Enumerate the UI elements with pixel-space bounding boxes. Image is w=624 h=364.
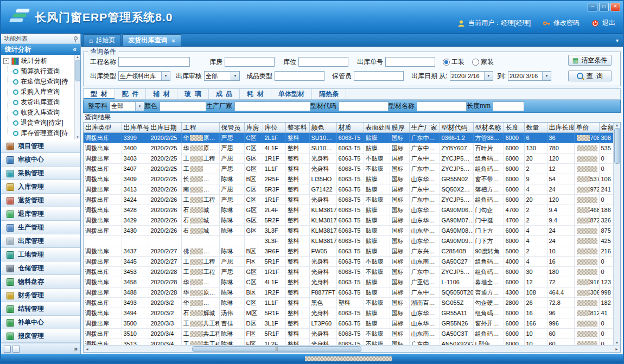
sidebar-item-inbound[interactable]: 入库管理	[1, 180, 80, 194]
column-header[interactable]: 颜色	[309, 123, 336, 133]
material-tab-8[interactable]: 隔热条	[312, 89, 346, 99]
table-row[interactable]: 调拨出库34032020/2/25工工程严思G区1R1F整料光身料6063-T5…	[84, 154, 613, 164]
sidebar-item-finance[interactable]: 财务管理	[1, 289, 80, 302]
warehouse-input[interactable]	[225, 57, 275, 67]
close-tab-icon[interactable]: ×	[171, 37, 175, 44]
panel-view-icon[interactable]	[4, 346, 11, 353]
column-header[interactable]: 金额	[599, 123, 613, 133]
table-row[interactable]: 调拨出库34942020/3/2石辉城汤伟M区5R1F整料光身料6063-T5贴…	[84, 308, 613, 318]
column-header[interactable]: 工程	[181, 123, 219, 133]
column-header[interactable]: 保管员	[219, 123, 244, 133]
material-tab-2[interactable]: 配 件	[115, 89, 147, 99]
table-row[interactable]: 调拨出库34582020/2/28华…陈琳C区4L1F整料光身料6063-T5贴…	[84, 277, 613, 288]
material-tab-3[interactable]: 辅 材	[146, 89, 177, 99]
date-from-picker[interactable]: 2020/ 2/16 ▾	[450, 71, 493, 81]
sidebar-item-purchase[interactable]: 采购管理	[1, 167, 80, 180]
tree-scrollbar[interactable]: ▲ ▼	[74, 55, 80, 139]
table-row[interactable]: 调拨出库34452020/2/27工工程严思F区5R1F整料光身料6063-T5…	[84, 257, 613, 267]
table-row[interactable]: 调拨出库34282020/2/26石城陈琳G区2L4F整料KLM38176063…	[84, 205, 613, 215]
project-name-input[interactable]	[118, 57, 190, 67]
column-header[interactable]: 出库日期	[149, 123, 181, 133]
sidebar-item-project[interactable]: 项目管理	[1, 139, 80, 153]
table-row[interactable]: 调拨出库34302020/2/26石城陈琳G区3L3F整料KLM38176063…	[84, 226, 613, 236]
material-tab-7[interactable]: 单体型材	[271, 89, 312, 99]
material-tab-6[interactable]: 耗 材	[240, 89, 271, 99]
pin-icon[interactable]	[73, 36, 78, 41]
table-row[interactable]: 3L3F整料KLM38176063-T5贴膜国标山东华…GA90M09…门下方6…	[84, 236, 613, 246]
sidebar-item-return-goods[interactable]: 退货管理	[1, 194, 80, 207]
date-to-picker[interactable]: 2020/ 3/16 ▾	[508, 71, 551, 81]
column-header[interactable]: 库房	[244, 123, 263, 133]
product-type-input[interactable]	[275, 71, 324, 81]
material-tab-4[interactable]: 玻 璃	[177, 89, 209, 99]
change-password-link[interactable]: 修改密码	[553, 18, 580, 28]
maximize-button[interactable]: □	[599, 3, 609, 11]
order-no-input[interactable]	[385, 57, 435, 67]
manufacturer-input[interactable]	[234, 101, 310, 111]
clear-conditions-button[interactable]: ▦清空条件	[568, 55, 612, 66]
location-input[interactable]	[298, 57, 348, 67]
scroll-right-icon[interactable]: ►	[615, 347, 619, 351]
horizontal-scrollbar[interactable]: ◄ ||| ►	[84, 345, 620, 352]
table-row[interactable]: 调拨出库35002020/3/3工共工程曹佳D区3L1F整料LT3P606063…	[84, 318, 613, 329]
tab-shipping-outbound-query[interactable]: 发货出库查询×	[122, 34, 181, 46]
table-row[interactable]: 调拨出库34002020/2/25华原…严思C区4L1F整料SU10…6063-…	[84, 143, 613, 154]
sidebar-item-outbound[interactable]: 出库管理	[1, 234, 80, 248]
table-row[interactable]: 调拨出库34132020/2/26南…严思C区5R3F整料G714226063-…	[84, 184, 613, 195]
color-input[interactable]	[160, 101, 206, 111]
sidebar-item-warehouse[interactable]: 仓储管理	[1, 261, 80, 275]
column-header[interactable]: 出库长度	[547, 123, 574, 133]
table-row[interactable]: 调拨出库34532020/2/28工工程严思G区1R1F整料光身料6063-T5…	[84, 267, 613, 277]
column-header[interactable]: 出库类型	[84, 123, 122, 133]
sidebar-item-production[interactable]: 生产管理	[1, 221, 80, 234]
jiazhuang-radio[interactable]	[472, 59, 479, 66]
table-row[interactable]: 调拨出库34292020/2/26石城陈琳G区5R2F整料KLM38176063…	[84, 215, 613, 226]
column-header[interactable]: 数量	[524, 123, 547, 133]
profile-name-input[interactable]	[417, 101, 467, 111]
scroll-left-icon[interactable]: ◄	[85, 347, 89, 351]
scroll-up-icon[interactable]: ▲	[615, 123, 619, 127]
gongzhuang-radio[interactable]	[443, 59, 450, 66]
column-header[interactable]: 材质	[336, 123, 364, 133]
tree-item-3[interactable]: 采购入库查询	[13, 87, 74, 97]
tree-item-6[interactable]: 退货查询[待定]	[13, 118, 74, 128]
column-header[interactable]: 长度	[504, 123, 524, 133]
search-button[interactable]: 查 询	[568, 71, 612, 81]
outbound-audit-select[interactable]: 全部 ▾	[204, 71, 240, 81]
sidebar-item-site[interactable]: 工地管理	[1, 248, 80, 261]
table-row[interactable]: 调拨出库34092020/2/25长…陈琳B区2R5F整料LI35HO6063-…	[84, 174, 613, 184]
column-header[interactable]: 型材代码	[440, 123, 473, 133]
collapse-left-icon[interactable]: «	[73, 46, 77, 53]
column-header[interactable]: 出库单号	[122, 123, 149, 133]
whole-part-select[interactable]: 全部 ▾	[110, 101, 144, 111]
scroll-down-icon[interactable]: ▼	[615, 341, 619, 344]
length-input[interactable]	[493, 101, 524, 111]
vertical-scrollbar[interactable]: ▲ ▼	[613, 123, 620, 345]
keeper-input[interactable]	[354, 71, 404, 81]
sidebar-group-statistics[interactable]: 统计分析 «	[1, 44, 80, 55]
column-header[interactable]: 型材名称	[473, 123, 504, 133]
tree-item-5[interactable]: 收货入库查询	[13, 107, 74, 118]
column-header[interactable]: 整零料	[285, 123, 309, 133]
table-row[interactable]: 调拨出库34242020/2/26工工程严思C区1R1F整料光身料6063-T5…	[84, 195, 613, 205]
column-header[interactable]: 表面处理	[364, 123, 390, 133]
outbound-type-select[interactable]: 生产领料出库 ▾	[118, 71, 170, 81]
tree-scroll-thumb[interactable]	[75, 60, 80, 81]
sidebar-item-inventory[interactable]: 物料盘存	[1, 275, 80, 289]
expander-icon[interactable]: -	[3, 58, 9, 64]
tree-item-4[interactable]: 发货出库查询	[13, 97, 74, 107]
sidebar-item-replenish[interactable]: 补单中心	[1, 316, 80, 329]
sidebar-item-return-store[interactable]: 退库管理	[1, 207, 80, 221]
chevron-down-icon[interactable]: ▾	[616, 37, 619, 43]
column-header[interactable]: 生产厂家	[409, 123, 440, 133]
column-header[interactable]: 库位	[263, 123, 285, 133]
tree-item-1[interactable]: 预算执行查询	[13, 66, 74, 76]
scroll-down-icon[interactable]: ▼	[76, 136, 79, 139]
column-header[interactable]: 单价	[574, 123, 599, 133]
material-tab-5[interactable]: 成 品	[209, 89, 240, 99]
minimize-button[interactable]: –	[588, 3, 597, 11]
scroll-up-icon[interactable]: ▲	[76, 55, 79, 59]
tab-start-page[interactable]: ⌂起始页	[83, 34, 121, 46]
sidebar-item-carryover[interactable]: 结转管理	[1, 302, 80, 316]
list-view-icon[interactable]	[12, 346, 20, 353]
